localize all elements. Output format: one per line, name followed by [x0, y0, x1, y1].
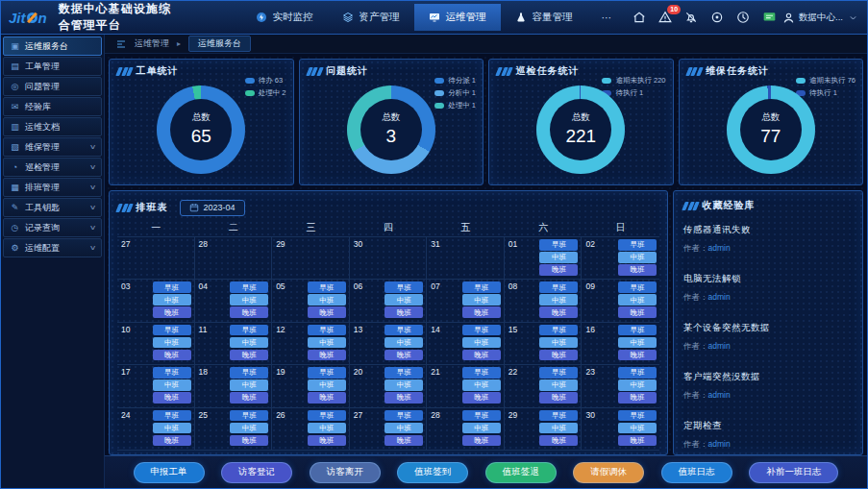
- shift-button-night[interactable]: 晚班: [384, 392, 423, 403]
- legend-item[interactable]: 待分派 1: [434, 76, 476, 86]
- shift-button-morning[interactable]: 早班: [618, 367, 657, 379]
- shift-button-morning[interactable]: 早班: [539, 325, 578, 336]
- shift-button-middle[interactable]: 中班: [618, 337, 657, 349]
- shift-button-middle[interactable]: 中班: [462, 294, 501, 306]
- nav-item[interactable]: 容量管理: [501, 4, 587, 31]
- shift-button-middle[interactable]: 中班: [230, 337, 268, 349]
- toolbar-button[interactable]: 请假调休: [573, 462, 644, 483]
- shift-button-morning[interactable]: 早班: [384, 281, 423, 293]
- shift-button-morning[interactable]: 早班: [539, 367, 578, 379]
- shift-button-morning[interactable]: 早班: [230, 325, 268, 336]
- shift-button-night[interactable]: 晚班: [618, 264, 657, 276]
- sidebar-item[interactable]: ◎问题管理: [3, 77, 102, 96]
- shift-button-night[interactable]: 晚班: [308, 350, 346, 361]
- shift-button-middle[interactable]: 中班: [153, 294, 191, 306]
- shift-button-night[interactable]: 晚班: [230, 306, 268, 318]
- shift-button-middle[interactable]: 中班: [618, 294, 657, 306]
- shift-button-middle[interactable]: 中班: [384, 337, 423, 349]
- shift-button-morning[interactable]: 早班: [153, 367, 191, 379]
- toolbar-button[interactable]: 申报工单: [134, 462, 205, 483]
- shift-button-middle[interactable]: 中班: [230, 294, 268, 306]
- shift-button-night[interactable]: 晚班: [230, 435, 268, 447]
- shift-button-morning[interactable]: 早班: [462, 367, 501, 379]
- shift-button-middle[interactable]: 中班: [308, 423, 346, 434]
- knowledge-item[interactable]: 某个设备突然无数据 作者：admin: [683, 322, 853, 353]
- sidebar-item[interactable]: ▧维保管理∨: [3, 137, 102, 157]
- shift-button-morning[interactable]: 早班: [153, 281, 191, 293]
- shift-button-night[interactable]: 晚班: [539, 264, 578, 276]
- sidebar-item[interactable]: ◔巡检管理∨: [3, 158, 102, 177]
- shift-button-night[interactable]: 晚班: [153, 392, 191, 403]
- legend-item[interactable]: 待办 63: [245, 76, 283, 86]
- shift-button-morning[interactable]: 早班: [230, 410, 268, 422]
- shift-button-night[interactable]: 晚班: [384, 306, 423, 318]
- shift-button-morning[interactable]: 早班: [230, 281, 268, 293]
- shift-button-morning[interactable]: 早班: [539, 281, 578, 293]
- shift-button-night[interactable]: 晚班: [462, 392, 501, 403]
- nav-item[interactable]: 实时监控: [241, 4, 328, 31]
- shift-button-middle[interactable]: 中班: [618, 423, 657, 434]
- sidebar-item[interactable]: ✉经验库: [3, 97, 102, 116]
- shift-button-night[interactable]: 晚班: [153, 306, 191, 318]
- shift-button-middle[interactable]: 中班: [153, 423, 191, 434]
- shift-button-middle[interactable]: 中班: [308, 337, 346, 349]
- clock-icon[interactable]: [735, 10, 751, 25]
- month-picker[interactable]: 2023-04: [180, 200, 245, 216]
- shift-button-middle[interactable]: 中班: [230, 379, 268, 391]
- shift-button-middle[interactable]: 中班: [384, 423, 423, 434]
- shift-button-morning[interactable]: 早班: [308, 325, 346, 336]
- target-icon[interactable]: [709, 10, 725, 25]
- shift-button-morning[interactable]: 早班: [230, 367, 268, 379]
- shift-button-morning[interactable]: 早班: [462, 281, 501, 293]
- legend-item[interactable]: 处理中 2: [245, 88, 286, 98]
- shift-button-morning[interactable]: 早班: [384, 367, 423, 379]
- sidebar-item[interactable]: ✎工具钥匙∨: [3, 198, 102, 217]
- knowledge-item[interactable]: 定期检查 作者：admin: [683, 420, 853, 451]
- shift-button-middle[interactable]: 中班: [618, 379, 657, 391]
- sidebar-collapse-icon[interactable]: [114, 37, 127, 50]
- shift-button-middle[interactable]: 中班: [462, 337, 501, 349]
- toolbar-button[interactable]: 访客离开: [310, 462, 381, 483]
- shift-button-morning[interactable]: 早班: [539, 239, 578, 251]
- screen-icon[interactable]: [761, 10, 777, 25]
- shift-button-middle[interactable]: 中班: [230, 423, 268, 434]
- shift-button-night[interactable]: 晚班: [618, 435, 657, 447]
- sidebar-item[interactable]: ⚙运维配置∨: [3, 238, 102, 257]
- shift-button-middle[interactable]: 中班: [462, 423, 501, 434]
- toolbar-button[interactable]: 访客登记: [221, 462, 292, 483]
- sidebar-item[interactable]: ▦排班管理∨: [3, 178, 102, 197]
- legend-item[interactable]: 逾期未执行 220: [602, 76, 665, 86]
- shift-button-middle[interactable]: 中班: [153, 379, 191, 391]
- sidebar-item[interactable]: ◷记录查询∨: [3, 218, 102, 237]
- alert-icon[interactable]: 10: [657, 10, 673, 25]
- shift-button-middle[interactable]: 中班: [539, 337, 578, 349]
- shift-button-middle[interactable]: 中班: [308, 294, 346, 306]
- breadcrumb-parent[interactable]: 运维管理: [135, 37, 169, 50]
- nav-item[interactable]: ···: [587, 4, 627, 31]
- user-menu[interactable]: 数据中心...: [782, 12, 859, 24]
- shift-button-morning[interactable]: 早班: [618, 239, 657, 251]
- home-icon[interactable]: [632, 10, 647, 25]
- toolbar-button[interactable]: 值班签退: [485, 462, 557, 483]
- shift-button-morning[interactable]: 早班: [384, 410, 423, 422]
- shift-button-night[interactable]: 晚班: [618, 350, 657, 361]
- sidebar-item[interactable]: ▤工单管理: [3, 57, 102, 76]
- shift-button-middle[interactable]: 中班: [153, 337, 191, 349]
- shift-button-morning[interactable]: 早班: [153, 325, 191, 336]
- shift-button-morning[interactable]: 早班: [308, 281, 346, 293]
- shift-button-night[interactable]: 晚班: [539, 392, 578, 403]
- shift-button-night[interactable]: 晚班: [384, 350, 423, 361]
- shift-button-night[interactable]: 晚班: [539, 306, 578, 318]
- bell-off-icon[interactable]: [683, 10, 699, 25]
- shift-button-middle[interactable]: 中班: [618, 252, 657, 263]
- sidebar-item[interactable]: ▥运维文档: [3, 117, 102, 136]
- shift-button-middle[interactable]: 中班: [539, 294, 578, 306]
- shift-button-night[interactable]: 晚班: [539, 350, 578, 361]
- shift-button-morning[interactable]: 早班: [618, 281, 657, 293]
- shift-button-morning[interactable]: 早班: [462, 410, 501, 422]
- shift-button-morning[interactable]: 早班: [539, 410, 578, 422]
- shift-button-middle[interactable]: 中班: [539, 379, 578, 391]
- shift-button-middle[interactable]: 中班: [539, 252, 578, 263]
- toolbar-button[interactable]: 值班签到: [397, 462, 468, 483]
- shift-button-morning[interactable]: 早班: [153, 410, 191, 422]
